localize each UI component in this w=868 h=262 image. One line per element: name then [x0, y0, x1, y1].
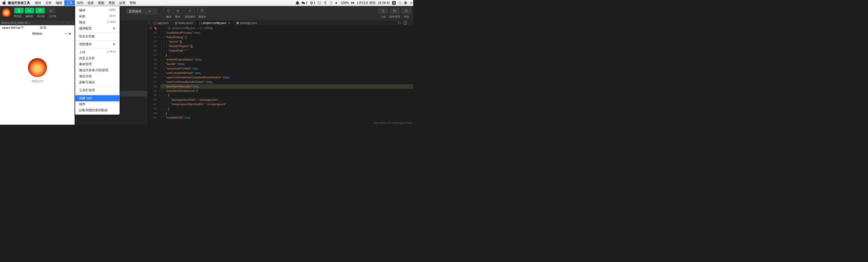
preview-button[interactable] [173, 8, 183, 14]
debugger-toggle[interactable] [35, 8, 45, 13]
crumb-file[interactable]: project.config.json [172, 26, 195, 30]
menu-item-项目详情[interactable]: 项目详情 [75, 73, 119, 79]
compare-icon[interactable] [397, 21, 402, 25]
bc-icon-bookmark[interactable]: 🔖 [154, 26, 157, 30]
bluetooth-icon[interactable] [323, 1, 327, 5]
upload-button[interactable] [378, 8, 388, 14]
spotlight-icon[interactable] [398, 1, 402, 5]
svg-point-20 [22, 28, 23, 29]
tab-project-config[interactable]: { }project.config.json× [196, 21, 233, 25]
close-icon[interactable]: × [228, 21, 230, 25]
menu-item-上传[interactable]: 上传[⇧⌘U] [75, 49, 119, 55]
menu-视图[interactable]: 视图 [96, 0, 106, 5]
menu-item-清除缓存[interactable]: 清除缓存▶ [75, 41, 119, 47]
globe-indicator[interactable]: 1 [310, 1, 316, 5]
svg-point-8 [398, 2, 401, 4]
menu-项目[interactable]: 项目 [33, 0, 43, 5]
compile-button[interactable] [164, 8, 173, 14]
menu-编辑[interactable]: 编辑 [54, 0, 64, 5]
menu-item-刷新[interactable]: 刷新[⌘R] [75, 13, 119, 20]
tab-app-json[interactable]: { }app.json [151, 21, 172, 25]
cloud-label: 云开发 [49, 14, 56, 18]
remote-debug-label: 真机调试 [185, 15, 195, 19]
code-area[interactable]: │ │ "useApiHostProcess": true,│ │ "babel… [160, 31, 413, 125]
svg-rect-7 [354, 3, 354, 3]
menu-list-icon[interactable] [409, 1, 413, 5]
details-label: 详情 [404, 15, 409, 19]
display-icon[interactable] [317, 1, 321, 5]
bc-icon-list[interactable]: ☰ [149, 26, 152, 30]
wechat-indicator[interactable]: 2 [302, 1, 308, 5]
tab-menu-icon[interactable]: ⋮ [147, 21, 151, 25]
svg-point-1 [303, 2, 305, 4]
tab-package-json[interactable]: ⬢package.json [233, 21, 260, 25]
svg-point-4 [331, 4, 331, 4]
editor-label: 编辑器 [25, 14, 33, 18]
svg-point-17 [394, 9, 395, 10]
menu-设置[interactable]: 设置 [117, 0, 128, 5]
simulator-panel: iPhone 6/7/8 100% 16▾ ●●●●● WeChat 16:26… [0, 21, 74, 125]
capsule-button[interactable]: ⋯ ● [65, 32, 71, 36]
toolbar: </> 模拟器 编辑器 调试器 云开发 模式 普通编译 编译 预览 真机调试 清… [0, 6, 413, 21]
volume-icon[interactable] [335, 1, 339, 5]
ime-indicator[interactable]: 拼 [392, 1, 396, 5]
remote-debug-button[interactable] [185, 8, 195, 14]
details-button[interactable] [402, 8, 411, 14]
split-icon[interactable] [403, 21, 407, 25]
editor-toggle[interactable]: </> [25, 8, 34, 13]
sim-time: 16:26 [39, 26, 46, 29]
watermark: https://blog.csdn.net/wangyanxin928 [374, 121, 412, 124]
menu-item-构建 npm[interactable]: 构建 npm [75, 95, 119, 101]
bc-back[interactable]: ← [159, 26, 162, 30]
menu-工具[interactable]: 工具 [64, 0, 75, 5]
clear-cache-label: 清缓存 [198, 15, 206, 19]
compile-label: 编译 [166, 15, 171, 19]
siri-icon[interactable] [404, 1, 407, 5]
menu-item-前后台切换[interactable]: 前后台切换 [75, 33, 119, 39]
sim-tool-icon-1[interactable] [63, 21, 67, 25]
menu-item-多帐号调试[interactable]: 多帐号调试 [75, 79, 119, 85]
svg-point-18 [394, 11, 395, 12]
menu-item-素材管理[interactable]: 素材管理 [75, 61, 119, 67]
device-selector[interactable]: iPhone 6/7/8 100% 16 [2, 22, 27, 25]
menu-文件[interactable]: 文件 [43, 0, 54, 5]
version-label: 版本管理 [390, 15, 400, 19]
preview-label: 预览 [175, 15, 180, 19]
menu-item-自定义分析[interactable]: 自定义分析 [75, 55, 119, 61]
simulator-label: 模拟器 [14, 14, 22, 18]
code-editor: ⋮ { }app.json ▧index.wxml { }project.con… [147, 21, 413, 125]
menu-帮助[interactable]: 帮助 [128, 0, 138, 5]
app-name[interactable]: 微信开发者工具 [8, 1, 30, 5]
apple-logo-icon[interactable] [2, 1, 6, 5]
tools-dropdown: 编译[⌘B]刷新[⌘R]预览[⇧⌘P]编译配置▶前后台切换清除缓存▶上传[⇧⌘U… [75, 6, 120, 115]
user-avatar[interactable] [2, 8, 10, 16]
version-button[interactable] [390, 8, 400, 14]
date-label[interactable]: 1月21日 周四 [357, 1, 375, 5]
menu-item-拉取周期性缓存数据[interactable]: 拉取周期性缓存数据 [75, 107, 119, 113]
tagline: ೋ爱&欣ೋ [0, 79, 74, 84]
compile-mode-select[interactable]: 普通编译 [126, 8, 158, 14]
crumb-path[interactable]: setting [204, 26, 212, 30]
clear-cache-button[interactable] [197, 8, 207, 14]
wifi-icon[interactable] [329, 1, 333, 5]
menu-item-预览[interactable]: 预览[⇧⌘P] [75, 20, 119, 26]
notification-bell-icon[interactable] [296, 1, 299, 5]
menu-item-编译[interactable]: 编译[⌘B] [75, 7, 119, 13]
bc-fwd[interactable]: → [163, 26, 166, 30]
menu-item-工具栏管理[interactable]: 工具栏管理 [75, 87, 119, 93]
menu-item-插件[interactable]: 插件 [75, 101, 119, 107]
more-icon[interactable]: ⋯ [409, 21, 413, 25]
simulator-toggle[interactable] [14, 8, 24, 13]
menu-item-微信开发者·代码管理[interactable]: 微信开发者·代码管理 [75, 67, 119, 73]
time-label[interactable]: 16:26:42 [378, 1, 390, 5]
menu-选择[interactable]: 选择 [85, 0, 96, 5]
cloud-dev-toggle[interactable] [46, 8, 55, 13]
battery-label: 100% [341, 1, 349, 5]
carrier-label: ●●●●● WeChat [2, 26, 20, 29]
menu-item-编译配置[interactable]: 编译配置▶ [75, 26, 119, 32]
menu-界面[interactable]: 界面 [106, 0, 117, 5]
menu-转到[interactable]: 转到 [75, 0, 85, 5]
tab-index-wxml[interactable]: ▧index.wxml [172, 21, 196, 25]
svg-point-16 [201, 9, 204, 10]
sim-tool-icon-2[interactable] [69, 21, 73, 25]
